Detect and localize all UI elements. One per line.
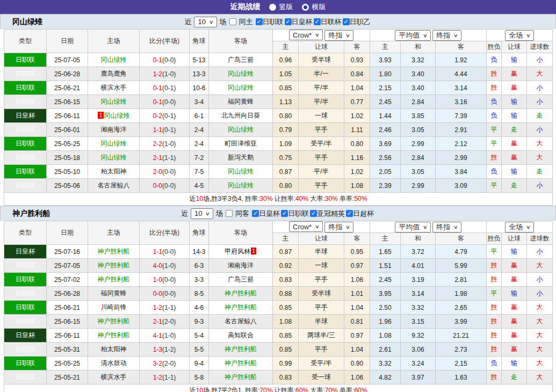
halftime-score: (1-2) xyxy=(162,346,176,353)
team-link[interactable]: 神户胜利船 xyxy=(225,373,257,381)
team-link[interactable]: 广岛三箭 xyxy=(228,275,254,283)
team-link[interactable]: 冈山绿雉 xyxy=(101,98,127,105)
team-link[interactable]: 冈山绿雉 xyxy=(101,56,127,63)
avg-source-select[interactable]: 平均值∨ xyxy=(395,222,431,233)
team-link[interactable]: 神户胜利船 xyxy=(225,345,257,353)
team-link[interactable]: 湘南海洋 xyxy=(228,262,254,269)
team-link[interactable]: 新泻天鹅 xyxy=(228,154,254,161)
layout-radio-vertical: 竖版 xyxy=(269,2,293,12)
avg-draw-cell: 3.24 xyxy=(401,357,436,371)
league-cell: 日职联 xyxy=(4,259,47,273)
match-count-select[interactable]: 10∨ xyxy=(194,17,216,27)
team-link[interactable]: 湘南海洋 xyxy=(101,126,127,133)
team-link[interactable]: 冈山绿雉 xyxy=(101,154,127,161)
team-link[interactable]: 神户胜利船 xyxy=(225,359,257,367)
team-link[interactable]: 冈山绿雉 xyxy=(228,126,254,133)
league-checkbox[interactable]: ✓ xyxy=(310,210,317,217)
odds-source-select[interactable]: Crow*∨ xyxy=(289,221,323,232)
league-cell: 日职联 xyxy=(4,273,47,287)
league-checkbox[interactable]: ✓ xyxy=(285,18,292,25)
team-link[interactable]: 柏太阳神 xyxy=(101,345,127,353)
team-link[interactable]: 町田泽维亚 xyxy=(225,140,257,147)
team-link[interactable]: 横滨水手 xyxy=(101,84,127,91)
odds-away-cell: 0.93 xyxy=(344,53,370,67)
team-link[interactable]: 冈山绿雉 xyxy=(228,182,254,189)
away-team-cell: 町田泽维亚 xyxy=(209,137,273,151)
avg-home-cell: 3.32 xyxy=(370,357,401,371)
odds-home-cell: 0.83 xyxy=(273,273,299,287)
filter-controls: 近 10∨ 场 同主 ✓日职联✓日皇杯✓日联杯✓日职乙 xyxy=(184,17,371,27)
away-team-cell: 高知联合 xyxy=(209,329,273,343)
league-checkbox[interactable]: ✓ xyxy=(343,18,350,25)
same-venue-checkbox[interactable] xyxy=(229,18,236,25)
team-link[interactable]: 冈山绿雉 xyxy=(104,112,130,119)
team-link[interactable]: 鹿岛鹿角 xyxy=(101,70,127,77)
avg-draw-cell: 3.72 xyxy=(401,245,436,259)
team-link[interactable]: 甲府风林 xyxy=(225,248,250,255)
sub-header-odds-home: 主 xyxy=(273,233,299,245)
team-link[interactable]: 冈山绿雉 xyxy=(228,168,254,175)
team-link[interactable]: 神户胜利船 xyxy=(98,317,130,325)
match-row: 日职联25-06-28鹿岛鹿角1-2(1-0)13-3冈山绿雉1.05半/一0.… xyxy=(4,67,553,81)
home-team-cell: 横滨水手 xyxy=(88,81,140,95)
league-checkbox[interactable]: ✓ xyxy=(346,210,353,217)
fulltime-score: 1-2 xyxy=(153,70,162,78)
sub-header-avg-home: 主 xyxy=(370,233,401,245)
odds-final-select[interactable]: 终指∨ xyxy=(324,222,353,233)
avg-final-select[interactable]: 终指∨ xyxy=(432,30,461,41)
radio-horizontal-icon[interactable] xyxy=(302,4,309,11)
radio-vertical-icon[interactable] xyxy=(269,4,276,11)
scope-select[interactable]: 全场∨ xyxy=(505,222,534,233)
team-link[interactable]: 神户胜利船 xyxy=(225,289,257,297)
team-link[interactable]: 神户胜利船 xyxy=(98,248,130,255)
team-link[interactable]: 北九州向日葵 xyxy=(221,112,260,119)
team-link[interactable]: 冈山绿雉 xyxy=(228,84,254,91)
avg-home-cell: 4.82 xyxy=(370,371,401,384)
corner-cell: 14-3 xyxy=(190,245,209,259)
league-checkbox[interactable]: ✓ xyxy=(314,18,321,25)
team-link[interactable]: 神户胜利船 xyxy=(225,303,257,311)
league-label: 日职联 xyxy=(288,209,309,219)
team-link[interactable]: 冈山绿雉 xyxy=(228,70,254,77)
team-link[interactable]: 神户胜利船 xyxy=(98,331,130,339)
team-link[interactable]: 横滨水手 xyxy=(101,373,127,381)
scope-select[interactable]: 全场∨ xyxy=(505,30,534,41)
team-link[interactable]: 柏太阳神 xyxy=(101,168,127,175)
odds-final-select[interactable]: 终指∨ xyxy=(324,30,353,41)
team-link[interactable]: 神户胜利船 xyxy=(98,262,130,269)
sub-header-result-handicap: 让球 xyxy=(502,41,527,53)
team-link[interactable]: 福冈黄蜂 xyxy=(101,289,127,297)
league-checkbox[interactable]: ✓ xyxy=(256,18,263,25)
avg-final-select[interactable]: 终指∨ xyxy=(432,222,461,233)
fulltime-score: 0-0 xyxy=(153,182,162,190)
team-link[interactable]: 名古屋鲸八 xyxy=(98,182,130,189)
league-checkbox[interactable]: ✓ xyxy=(252,210,259,217)
avg-source-select[interactable]: 平均值∨ xyxy=(395,30,431,41)
result-handicap-cell: 赢 xyxy=(502,151,527,165)
chevron-down-icon: ∨ xyxy=(423,224,428,230)
match-count-select[interactable]: 10∨ xyxy=(191,208,213,219)
result-goals-cell: 小 xyxy=(527,245,553,259)
team-link[interactable]: 名古屋鲸八 xyxy=(225,317,257,325)
odds-away-cell: 1.02 xyxy=(344,109,370,123)
halftime-score: (0-1) xyxy=(162,126,176,134)
team-link[interactable]: 川崎前锋 xyxy=(101,303,127,311)
team-link[interactable]: 冈山绿雉 xyxy=(101,140,127,147)
team-link[interactable]: 高知联合 xyxy=(228,331,254,339)
away-team-cell: 湘南海洋 xyxy=(209,259,273,273)
summary-segment: 70% xyxy=(259,387,272,392)
same-venue-checkbox[interactable] xyxy=(226,210,233,217)
corner-cell: 3-3 xyxy=(190,273,209,287)
home-team-cell: 神户胜利船 xyxy=(88,315,140,329)
odds-handicap-cell: 受一球 xyxy=(299,371,344,384)
team-link[interactable]: 神户胜利船 xyxy=(98,275,130,283)
league-cell: 日皇杯 xyxy=(4,109,47,123)
team-link[interactable]: 清水鼓动 xyxy=(101,359,127,367)
league-checkbox[interactable]: ✓ xyxy=(281,210,288,217)
team-link[interactable]: 广岛三箭 xyxy=(228,56,254,63)
team-link[interactable]: 福冈黄蜂 xyxy=(228,98,254,105)
avg-draw-cell: 2.99 xyxy=(401,179,436,193)
odds-source-select[interactable]: Crow*∨ xyxy=(289,30,323,40)
odds-handicap-cell: 一球 xyxy=(299,109,344,123)
avg-home-cell: 2.15 xyxy=(370,81,401,95)
